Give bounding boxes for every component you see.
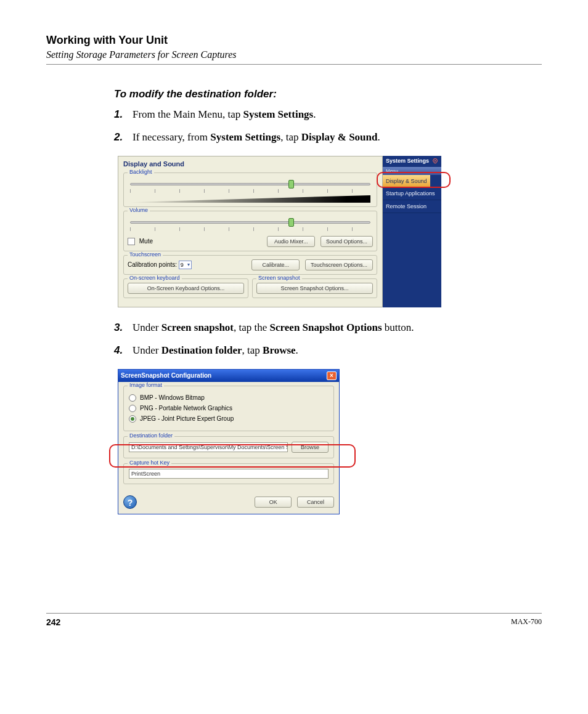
- backlight-slider[interactable]: [130, 183, 370, 185]
- calibration-select[interactable]: 9 ▾: [179, 261, 192, 269]
- ok-button[interactable]: OK: [255, 497, 292, 508]
- radio-label: JPEG - Joint Picture Expert Group: [140, 415, 234, 422]
- hotkey-input[interactable]: PrintScreen: [129, 469, 329, 479]
- radio-label: PNG - Portable Network Graphics: [140, 405, 232, 412]
- touchscreen-group: Touchscreen Calibration points: 9 ▾ Cali: [123, 255, 377, 275]
- side-item-display-sound[interactable]: Display & Sound: [383, 175, 430, 187]
- side-panel-title: System Settings: [386, 158, 429, 164]
- side-panel: System Settings ⮾ Menu Display & Sound S…: [383, 156, 441, 307]
- side-menu-label: Menu: [383, 167, 441, 175]
- step-bold: Display & Sound: [301, 131, 378, 143]
- screen-snapshot-options-button[interactable]: Screen Snapshot Options...: [256, 283, 373, 294]
- radio-png[interactable]: [129, 405, 136, 412]
- step-bold: System Settings: [210, 131, 280, 143]
- close-button[interactable]: ×: [327, 371, 337, 380]
- step-text: .: [377, 131, 380, 143]
- screenshot-snapshot-config: ScreenSnapshot Configuration × Image for…: [118, 369, 523, 514]
- step-text: .: [296, 344, 298, 356]
- close-icon[interactable]: ⮾: [433, 158, 438, 164]
- step-bold: Screen snapshot: [161, 322, 234, 333]
- group-legend: Touchscreen: [128, 251, 163, 258]
- group-legend: Image format: [128, 382, 164, 388]
- step-text: , tap: [242, 344, 263, 356]
- group-legend: Capture hot Key: [128, 460, 171, 466]
- step-text: Under: [133, 344, 161, 356]
- step-text: Under: [133, 322, 161, 333]
- radio-jpeg[interactable]: [129, 415, 136, 423]
- brightness-wedge-icon: [130, 195, 370, 203]
- calibration-label: Calibration points:: [128, 261, 177, 268]
- sound-options-button[interactable]: Sound Options...: [321, 236, 373, 247]
- image-format-group: Image format BMP - Windows Bitmap PNG - …: [123, 386, 334, 431]
- help-icon[interactable]: ?: [123, 495, 137, 509]
- radio-bmp[interactable]: [129, 394, 136, 402]
- step-text: If necessary, from: [133, 131, 210, 143]
- step-text: button.: [382, 322, 414, 333]
- page-number: 242: [46, 617, 60, 627]
- step-text: , tap the: [234, 322, 270, 333]
- step-number: 3.: [114, 321, 133, 335]
- slider-ticks: [130, 189, 370, 193]
- backlight-group: Backlight: [123, 172, 377, 207]
- group-legend: Volume: [128, 207, 150, 213]
- step-number: 4.: [114, 344, 133, 358]
- mute-checkbox[interactable]: [128, 238, 135, 245]
- dialog-title: ScreenSnapshot Configuration: [121, 372, 211, 379]
- group-legend: Destination folder: [128, 432, 174, 439]
- touchscreen-options-button[interactable]: Touchscreen Options...: [305, 259, 373, 270]
- mute-label: Mute: [139, 238, 153, 245]
- step-number: 2.: [114, 131, 133, 145]
- side-item-startup-applications[interactable]: Startup Applications: [383, 187, 441, 200]
- side-item-remote-session[interactable]: Remote Session: [383, 200, 441, 213]
- window-title: Display and Sound: [123, 160, 377, 168]
- step-2: 2. If necessary, from System Settings, t…: [114, 131, 523, 145]
- procedure-title: To modify the destination folder:: [114, 88, 523, 100]
- onscreen-keyboard-options-button[interactable]: On-Screen Keyboard Options...: [128, 283, 244, 294]
- section-subtitle: Setting Storage Parameters for Screen Ca…: [46, 49, 542, 60]
- step-text: .: [313, 108, 316, 120]
- step-bold: Browse: [263, 344, 296, 356]
- volume-group: Volume Mute Audio Mixer...: [123, 211, 377, 251]
- screen-snapshot-group: Screen snapshot Screen Snapshot Options.…: [252, 278, 377, 298]
- group-legend: On-screen keyboard: [128, 275, 182, 281]
- step-number: 1.: [114, 108, 133, 122]
- slider-thumb-icon[interactable]: [288, 180, 294, 189]
- destination-folder-group: Destination folder D:\Documents and Sett…: [123, 436, 334, 458]
- section-title: Working with Your Unit: [46, 34, 542, 47]
- step-bold: Destination folder: [161, 344, 242, 356]
- step-text: , tap: [280, 131, 301, 143]
- step-bold: Screen Snapshot Options: [270, 322, 382, 333]
- screenshot-display-sound: Display and Sound Backlight Volume: [118, 156, 523, 307]
- volume-slider[interactable]: [130, 221, 370, 224]
- step-4: 4. Under Destination folder, tap Browse.: [114, 344, 523, 358]
- browse-button[interactable]: Browse: [292, 442, 329, 453]
- group-legend: Screen snapshot: [256, 275, 302, 281]
- destination-path-input[interactable]: D:\Documents and Settings\Supervisor\My …: [129, 442, 288, 452]
- page-footer: 242 MAX-700: [46, 613, 542, 627]
- chevron-down-icon: ▾: [187, 262, 190, 267]
- onscreen-keyboard-group: On-screen keyboard On-Screen Keyboard Op…: [123, 278, 248, 298]
- step-3: 3. Under Screen snapshot, tap the Screen…: [114, 321, 523, 335]
- radio-label: BMP - Windows Bitmap: [140, 394, 205, 401]
- capture-hotkey-group: Capture hot Key PrintScreen: [123, 463, 334, 484]
- slider-thumb-icon[interactable]: [288, 218, 294, 227]
- audio-mixer-button[interactable]: Audio Mixer...: [267, 236, 315, 247]
- cancel-button[interactable]: Cancel: [297, 497, 334, 508]
- step-text: From the Main Menu, tap: [133, 108, 243, 120]
- calibrate-button[interactable]: Calibrate...: [251, 259, 300, 270]
- select-value: 9: [181, 262, 184, 268]
- step-1: 1. From the Main Menu, tap System Settin…: [114, 108, 523, 122]
- step-bold: System Settings: [243, 108, 313, 120]
- model-label: MAX-700: [511, 617, 542, 627]
- slider-ticks: [130, 227, 370, 231]
- group-legend: Backlight: [128, 169, 154, 175]
